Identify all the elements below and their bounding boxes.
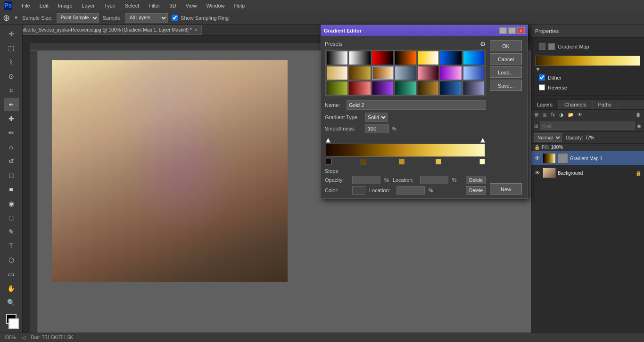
preset-item-2[interactable] [349,51,371,65]
color-location-input[interactable] [396,186,425,195]
opacity-stop-right[interactable] [480,138,485,143]
layer-adjust-icon[interactable]: ◑ [558,111,565,118]
layer-delete-icon[interactable]: 🗑 [635,111,642,118]
menu-type[interactable]: Type [102,2,117,9]
layer-add-icon[interactable]: ⊞ [533,111,540,118]
menu-image[interactable]: Image [56,2,74,9]
shape-tool[interactable]: ▭ [4,268,19,281]
load-button[interactable]: Load... [490,66,522,78]
layer-visibility-background[interactable]: 👁 [534,170,541,176]
layer-row-background[interactable]: 👁 Background 🔒 [531,166,644,180]
layer-row-gradient-map[interactable]: 👁 Gradient Map 1 [531,151,644,166]
gradient-preview-bar[interactable] [535,56,640,66]
menu-edit[interactable]: Edit [38,2,50,9]
color-swatch[interactable] [352,186,365,195]
preset-item-1[interactable] [326,51,348,65]
layer-group-icon[interactable]: 📁 [566,111,575,118]
clone-tool[interactable]: ⌂ [4,140,19,154]
preset-item-8[interactable] [326,66,348,80]
preset-item-12[interactable] [417,66,439,80]
gradient-type-select[interactable]: Solid [365,113,388,122]
tool-options-arrow[interactable]: ▼ [14,15,18,20]
menu-3d[interactable]: 3D [168,2,178,9]
opacity-stop-input[interactable] [352,176,380,184]
menu-layer[interactable]: Layer [80,2,97,9]
preset-item-16[interactable] [349,81,371,95]
preset-item-7[interactable] [463,51,485,65]
preset-item-14[interactable] [463,66,485,80]
layer-visibility-icon[interactable]: 👁 [576,111,584,118]
preset-item-3[interactable] [372,51,394,65]
color-stop-3[interactable] [399,159,405,164]
zoom-level[interactable]: 100% [4,335,16,340]
blend-mode-select[interactable]: Normal [534,133,562,142]
eyedropper-icon[interactable]: ⊕ [3,13,10,23]
zoom-nav-left[interactable]: ◁ [22,335,25,340]
layer-mask-icon[interactable]: ◎ [541,111,548,118]
hand-tool[interactable]: ✋ [4,282,19,295]
filter-toggle[interactable]: ◉ [637,123,641,129]
presets-grid[interactable] [325,49,486,97]
text-tool[interactable]: T [4,239,19,252]
gradient-dropdown-arrow[interactable]: ▼ [535,66,541,73]
opacity-location-input[interactable] [420,176,448,184]
preset-item-19[interactable] [417,81,439,95]
preset-item-20[interactable] [440,81,462,95]
sample-select[interactable]: All Layers [125,13,168,23]
menu-filter[interactable]: Filter [147,2,162,9]
dither-checkbox[interactable] [539,74,545,81]
preset-item-15[interactable] [326,81,348,95]
pen-tool[interactable]: ✎ [4,225,19,238]
menu-window[interactable]: Window [204,2,226,9]
cancel-button[interactable]: Cancel [490,53,522,65]
path-select-tool[interactable]: ⬡ [4,253,19,267]
eraser-tool[interactable]: ◻ [4,169,19,182]
marquee-tool[interactable]: ⬚ [4,41,19,55]
menu-file[interactable]: File [20,2,32,9]
healing-tool[interactable]: ✚ [4,112,19,125]
move-tool[interactable]: ✛ [4,27,19,41]
tab-layers[interactable]: Layers [531,100,559,109]
layer-visibility-gradient[interactable]: 👁 [534,155,541,162]
blur-tool[interactable]: ◉ [4,197,19,210]
background-color[interactable] [8,318,19,329]
menu-help[interactable]: Help [232,2,247,9]
color-stop-5[interactable] [479,159,485,164]
history-brush[interactable]: ↺ [4,155,19,168]
lasso-tool[interactable]: ⌇ [4,56,19,69]
preset-item-5[interactable] [417,51,439,65]
smoothness-input[interactable] [365,124,389,133]
menu-view[interactable]: View [184,2,199,9]
save-button[interactable]: Save... [490,80,522,91]
brush-tool[interactable]: ✏ [4,126,19,139]
name-input[interactable] [347,100,486,110]
opacity-delete-button[interactable]: Delete [466,176,486,184]
preset-item-6[interactable] [440,51,462,65]
menu-select[interactable]: Select [123,2,141,9]
ok-button[interactable]: OK [490,40,522,51]
quick-select-tool[interactable]: ⊙ [4,70,19,83]
gradient-tool[interactable]: ■ [4,183,19,196]
color-stop-4[interactable] [436,159,441,164]
crop-tool[interactable]: ⌗ [4,84,19,97]
gradient-editor-dialog[interactable]: Gradient Editor _ □ × Presets ⚙ [321,24,528,199]
sample-size-select[interactable]: Point Sample [57,13,99,23]
preset-item-17[interactable] [372,81,394,95]
reverse-checkbox[interactable] [539,84,545,90]
color-delete-button[interactable]: Delete [466,186,486,195]
color-stop-2[interactable] [361,159,366,164]
preset-item-4[interactable] [395,51,416,65]
kind-filter-input[interactable] [540,122,635,130]
preset-item-18[interactable] [395,81,416,95]
preset-item-10[interactable] [372,66,394,80]
opacity-value[interactable]: 77% [585,135,594,140]
opacity-stop-left[interactable] [326,138,330,143]
dialog-close-button[interactable]: × [517,27,525,34]
dialog-minimize-button[interactable]: _ [499,27,507,34]
tab-channels[interactable]: Channels [559,100,592,109]
dodge-tool[interactable]: ◌ [4,211,19,224]
gear-icon[interactable]: ⚙ [480,40,486,48]
preset-item-11[interactable] [395,66,416,80]
layer-fx-icon[interactable]: fx [550,111,556,118]
new-button[interactable]: New [490,183,522,195]
